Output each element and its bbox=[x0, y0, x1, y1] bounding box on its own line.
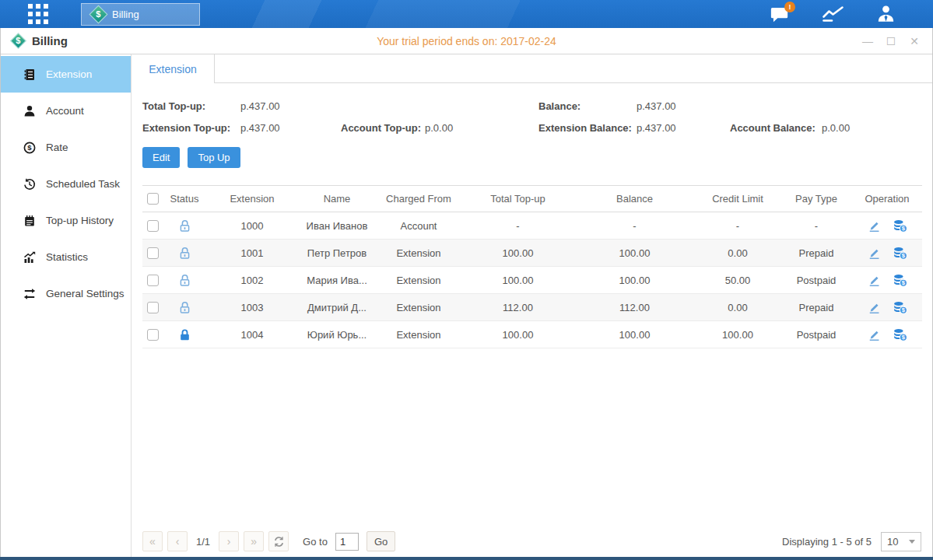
svg-text:$: $ bbox=[901, 252, 905, 259]
top-up-row-icon[interactable]: $ bbox=[893, 328, 907, 341]
unlocked-icon bbox=[178, 274, 191, 287]
row-checkbox[interactable] bbox=[147, 220, 159, 232]
refresh-icon bbox=[273, 536, 285, 548]
sidebar-item-label: Rate bbox=[46, 142, 68, 153]
select-all-checkbox[interactable] bbox=[147, 193, 159, 205]
row-checkbox[interactable] bbox=[147, 329, 159, 341]
svg-text:$: $ bbox=[27, 143, 32, 152]
trial-notice: Your trial period ends on: 2017-02-24 bbox=[1, 35, 932, 47]
page-size-select[interactable]: 10 bbox=[881, 532, 921, 551]
sidebar-item-label: Account bbox=[46, 105, 84, 117]
col-name: Name bbox=[298, 186, 376, 212]
sidebar-item-label: General Settings bbox=[46, 288, 125, 299]
first-page-button[interactable]: « bbox=[142, 531, 163, 551]
pay-type-cell: Prepaid bbox=[780, 240, 852, 267]
edit-row-icon[interactable] bbox=[868, 219, 881, 233]
top-up-row-icon[interactable]: $ bbox=[893, 219, 907, 233]
credit-limit-cell: 0.00 bbox=[695, 294, 780, 321]
col-extension: Extension bbox=[206, 186, 298, 212]
bar-chart-icon bbox=[23, 251, 36, 264]
table-row[interactable]: 1004 Юрий Юрь... Extension 100.00 100.00… bbox=[142, 321, 922, 348]
balance-cell: 100.00 bbox=[574, 321, 695, 348]
unlocked-icon bbox=[178, 219, 191, 233]
goto-page-input[interactable] bbox=[335, 533, 359, 551]
go-button[interactable]: Go bbox=[367, 531, 395, 551]
svg-text:$: $ bbox=[901, 334, 905, 341]
sidebar-item-topup-history[interactable]: Top-up History bbox=[1, 202, 131, 239]
pay-type-cell: Postpaid bbox=[780, 267, 852, 294]
extension-cell: 1003 bbox=[206, 294, 298, 321]
total-topup-cell: 100.00 bbox=[461, 267, 574, 294]
status-cell bbox=[163, 321, 206, 348]
sidebar-item-general-settings[interactable]: General Settings bbox=[1, 275, 131, 312]
close-icon[interactable]: ✕ bbox=[908, 35, 921, 47]
sidebar-item-statistics[interactable]: Statistics bbox=[1, 239, 131, 275]
last-page-button[interactable]: » bbox=[244, 531, 264, 551]
account-topup-stat: Account Top-up:p.0.00 bbox=[341, 122, 538, 134]
extension-topup-stat: Extension Top-up:p.437.00 bbox=[142, 122, 341, 134]
top-up-row-icon[interactable]: $ bbox=[893, 247, 907, 260]
minimize-icon[interactable]: — bbox=[861, 35, 874, 47]
tab-label: Extension bbox=[149, 63, 196, 75]
top-up-row-icon[interactable]: $ bbox=[893, 301, 907, 314]
row-checkbox[interactable] bbox=[147, 275, 159, 286]
top-up-button[interactable]: Top Up bbox=[188, 147, 240, 168]
credit-limit-cell: 0.00 bbox=[695, 240, 780, 267]
tab-extension[interactable]: Extension bbox=[132, 54, 215, 83]
next-page-button[interactable]: › bbox=[219, 531, 239, 551]
col-operation: Operation bbox=[852, 186, 922, 212]
svg-text:$: $ bbox=[901, 279, 905, 286]
refresh-button[interactable] bbox=[268, 531, 289, 551]
top-up-row-icon[interactable]: $ bbox=[893, 274, 907, 287]
table-header-row: Status Extension Name Charged From Total… bbox=[142, 186, 922, 212]
sidebar-item-rate[interactable]: $ Rate bbox=[1, 129, 131, 166]
edit-row-icon[interactable] bbox=[868, 274, 881, 287]
dollar-circle-icon: $ bbox=[23, 142, 36, 154]
col-pay-type: Pay Type bbox=[780, 186, 852, 212]
pay-type-cell: Postpaid bbox=[780, 321, 852, 348]
sidebar-item-label: Top-up History bbox=[46, 215, 114, 226]
extension-cell: 1000 bbox=[206, 212, 298, 240]
total-topup-cell: 100.00 bbox=[461, 240, 574, 267]
status-cell bbox=[163, 267, 206, 294]
extension-cell: 1002 bbox=[206, 267, 298, 294]
table-row[interactable]: 1000 Иван Иванов Account - - - - $ bbox=[142, 212, 922, 240]
balance-summary: Total Top-up:p.437.00 Balance:p.437.00 E… bbox=[142, 100, 921, 134]
name-cell: Иван Иванов bbox=[298, 212, 376, 240]
ledger-icon bbox=[23, 68, 36, 81]
notification-badge: ! bbox=[784, 2, 795, 12]
messages-icon[interactable]: ! bbox=[770, 5, 790, 23]
window-titlebar: $ Billing Your trial period ends on: 201… bbox=[1, 28, 932, 54]
balance-stat: Balance:p.437.00 bbox=[538, 100, 730, 112]
sidebar-item-extension[interactable]: Extension bbox=[1, 56, 131, 93]
sidebar-item-scheduled-task[interactable]: Scheduled Task bbox=[1, 166, 131, 202]
charged-from-cell: Extension bbox=[376, 267, 461, 294]
prev-page-button[interactable]: ‹ bbox=[167, 531, 188, 551]
pay-type-cell: - bbox=[780, 212, 852, 240]
svg-text:$: $ bbox=[901, 306, 905, 313]
sidebar: Extension Account $ Rate bbox=[1, 54, 132, 557]
edit-row-icon[interactable] bbox=[868, 247, 881, 260]
table-row[interactable]: 1002 Мария Ива... Extension 100.00 100.0… bbox=[142, 267, 922, 294]
extension-cell: 1001 bbox=[206, 240, 298, 267]
row-checkbox[interactable] bbox=[147, 302, 159, 313]
maximize-icon[interactable]: ☐ bbox=[885, 35, 897, 47]
name-cell: Мария Ива... bbox=[298, 267, 376, 294]
user-account-icon[interactable] bbox=[876, 5, 896, 23]
locked-icon bbox=[178, 328, 191, 341]
sidebar-item-account[interactable]: Account bbox=[1, 93, 131, 129]
status-cell bbox=[163, 294, 206, 321]
taskbar-item-billing[interactable]: $ Billing bbox=[81, 3, 200, 26]
row-checkbox[interactable] bbox=[147, 247, 159, 259]
app-launcher-icon[interactable] bbox=[28, 4, 48, 24]
total-topup-stat: Total Top-up:p.437.00 bbox=[142, 100, 341, 112]
table-row[interactable]: 1003 Дмитрий Д... Extension 112.00 112.0… bbox=[142, 294, 922, 321]
charged-from-cell: Account bbox=[376, 212, 461, 240]
edit-row-icon[interactable] bbox=[868, 301, 881, 314]
chevron-down-icon bbox=[909, 540, 915, 544]
table-row[interactable]: 1001 Петр Петров Extension 100.00 100.00… bbox=[142, 240, 922, 267]
notebook-icon bbox=[23, 215, 36, 227]
edit-row-icon[interactable] bbox=[868, 328, 881, 341]
resource-monitor-icon[interactable] bbox=[821, 5, 845, 23]
edit-button[interactable]: Edit bbox=[142, 147, 180, 168]
